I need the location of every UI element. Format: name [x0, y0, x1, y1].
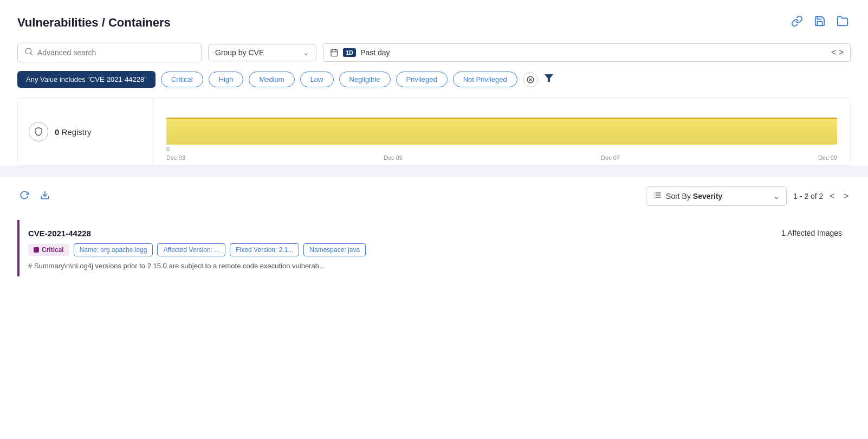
- severity-tag: Critical: [28, 244, 69, 256]
- page-prev-button[interactable]: <: [827, 189, 837, 203]
- sort-by-dropdown[interactable]: Sort By Severity ⌄: [646, 186, 787, 206]
- active-filter-badge[interactable]: Any Value includes "CVE-2021-44228": [17, 71, 156, 88]
- chart-x-labels: Dec 03 Dec 05 Dec 07 Dec 09: [166, 154, 837, 161]
- group-by-label: Group by CVE: [215, 48, 264, 57]
- severity-btn-not-privileged[interactable]: Not Privileged: [453, 72, 517, 87]
- cve-id[interactable]: CVE-2021-44228: [28, 229, 773, 238]
- registry-count-label: 0 Registry: [55, 127, 92, 137]
- affected-images-count: 1 Affected Images: [781, 229, 842, 237]
- severity-btn-low[interactable]: Low: [300, 72, 334, 87]
- date-range-nav: < >: [831, 48, 844, 57]
- cve-content: CVE-2021-44228 Critical Name: org.apache…: [28, 229, 773, 270]
- registry-panel: 0 Registry: [18, 98, 153, 165]
- cve-namespace-tag[interactable]: Namespace: java: [303, 243, 366, 256]
- chart-x-label-1: Dec 05: [384, 154, 403, 161]
- svg-line-1: [30, 53, 32, 55]
- cve-list: CVE-2021-44228 Critical Name: org.apache…: [17, 220, 851, 276]
- filter-row: Any Value includes "CVE-2021-44228" Crit…: [17, 71, 851, 88]
- severity-btn-medium[interactable]: Medium: [249, 72, 294, 87]
- severity-dot: [34, 247, 39, 253]
- download-button[interactable]: [38, 188, 52, 205]
- registry-icon: [29, 122, 48, 141]
- page-next-button[interactable]: >: [841, 189, 851, 203]
- calendar-icon: [330, 48, 339, 57]
- severity-btn-negligible[interactable]: Negligible: [339, 72, 391, 87]
- search-input-wrapper[interactable]: [17, 43, 202, 62]
- date-next-button[interactable]: >: [839, 48, 844, 57]
- search-icon: [24, 47, 33, 58]
- date-prev-button[interactable]: <: [831, 48, 836, 57]
- section-separator: [0, 166, 868, 177]
- sort-chevron-icon: ⌄: [773, 192, 780, 201]
- link-icon-button[interactable]: [789, 13, 805, 32]
- severity-btn-privileged[interactable]: Privileged: [396, 72, 448, 87]
- refresh-button[interactable]: [17, 188, 31, 205]
- save-icon-button[interactable]: [812, 13, 828, 32]
- chart-section: 0 Registry 0 Dec 03 Dec 05 Dec 07 Dec 09: [17, 98, 851, 166]
- chart-x-label-2: Dec 07: [601, 154, 620, 161]
- chevron-down-icon: ⌄: [303, 48, 309, 57]
- date-range-label: Past day: [360, 48, 390, 57]
- cve-summary: # Summary\n\nLog4j versions prior to 2.1…: [28, 262, 773, 270]
- chart-panel: 0 Dec 03 Dec 05 Dec 07 Dec 09: [153, 98, 850, 165]
- search-input[interactable]: [37, 48, 195, 57]
- pagination: 1 - 2 of 2 < >: [793, 189, 851, 203]
- chart-y-zero: 0: [166, 146, 170, 152]
- chart-x-label-0: Dec 03: [166, 154, 185, 161]
- pagination-label: 1 - 2 of 2: [793, 192, 823, 201]
- cve-name-tag[interactable]: Name: org.apache.logg: [74, 243, 153, 256]
- date-range-wrapper[interactable]: 1D Past day < >: [323, 43, 851, 62]
- chart-x-label-3: Dec 09: [818, 154, 837, 161]
- cve-tags: Critical Name: org.apache.logg Affected …: [28, 243, 773, 256]
- date-badge: 1D: [343, 48, 356, 57]
- svg-rect-2: [331, 50, 338, 56]
- cve-item: CVE-2021-44228 Critical Name: org.apache…: [17, 220, 851, 276]
- header-icons: [789, 13, 851, 32]
- severity-btn-high[interactable]: High: [209, 72, 244, 87]
- chart-bar-area: 0: [166, 118, 837, 150]
- cve-fixed-version-tag[interactable]: Fixed Version: 2.1...: [230, 243, 299, 256]
- sort-icon: [653, 191, 662, 202]
- page-title: Vulnerabilities / Containers: [17, 16, 171, 30]
- results-controls: Sort By Severity ⌄ 1 - 2 of 2 < >: [17, 177, 851, 211]
- group-by-select[interactable]: Group by CVE ⌄: [208, 44, 316, 61]
- sort-by-label: Sort By Severity: [666, 192, 722, 201]
- filter-funnel-button[interactable]: [543, 73, 554, 86]
- folder-icon-button[interactable]: [834, 13, 851, 32]
- clear-filter-button[interactable]: [523, 72, 538, 87]
- svg-marker-9: [545, 74, 553, 81]
- cve-affected-version-tag[interactable]: Affected Version: ...: [157, 243, 225, 256]
- severity-btn-critical[interactable]: Critical: [161, 72, 203, 87]
- chart-bar: [166, 118, 837, 145]
